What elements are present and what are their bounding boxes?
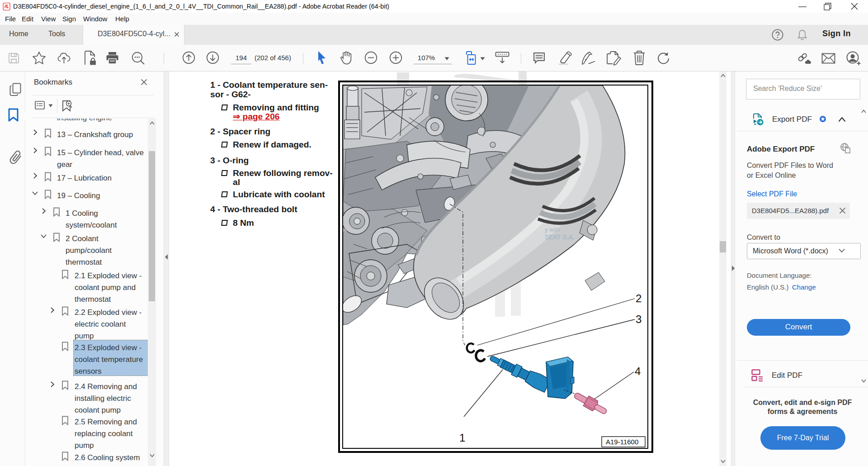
svg-text:3: 3 bbox=[636, 313, 642, 325]
svg-text:2: 2 bbox=[636, 292, 642, 304]
svg-text:Pr: Pr bbox=[344, 220, 349, 226]
svg-text:4: 4 bbox=[635, 365, 641, 377]
svg-text:y with: y with bbox=[545, 226, 560, 233]
svg-text:1: 1 bbox=[459, 432, 465, 444]
svg-text:SEAT S.A.: SEAT S.A. bbox=[545, 233, 575, 241]
svg-text:A19-11600: A19-11600 bbox=[606, 438, 638, 446]
svg-text:pe: pe bbox=[343, 227, 348, 232]
